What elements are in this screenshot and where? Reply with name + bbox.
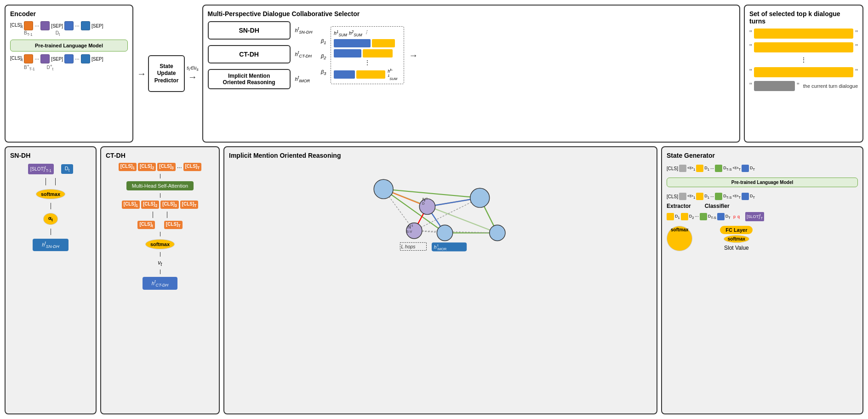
alpha-label: αt [48, 215, 53, 221]
q7: " [749, 82, 752, 90]
q4: " [855, 43, 858, 52]
topk-bar2 [754, 42, 854, 52]
imor-graph: N t D N t S-V L hops h t IMOR [229, 163, 652, 255]
beta-labels: β1 β2 β3 [317, 38, 326, 76]
ext-d1-lbl: D1 [675, 214, 680, 220]
topk-row2: " " [749, 42, 858, 52]
ext-dts [700, 213, 707, 220]
sg-classifier-col: FC Layer softmax Slot Value [720, 226, 753, 251]
topk-panel: Set of selected top k dialogue turns " "… [744, 5, 863, 143]
token-row-bottom: [CLS]t ··· [SEP] ··· [SEP] [10, 54, 128, 63]
topk-dots: ⋮ [749, 56, 858, 63]
sg-bt1b [679, 193, 686, 200]
hk-sum: hk-1SUM [388, 68, 401, 81]
alpha-oval: αt [43, 213, 58, 224]
encoder-to-state: → State Update Predictor si∈us → [137, 5, 199, 143]
sg-softmax2-label: softmax [728, 236, 745, 241]
tok-teal2 [81, 54, 90, 63]
bottom-section: SN-DH [SLOT]tT-1 Dt softmax [5, 146, 863, 414]
arrow-mp-right: → [409, 50, 418, 61]
p-label: p [733, 214, 736, 219]
current-turn-label: the current turn dialogue [803, 83, 858, 89]
slot-value-label: Slot Value [724, 245, 749, 251]
pretrained-box: Pre-trained Language Model [10, 40, 128, 52]
q-label: q [737, 214, 740, 219]
tok-orange2 [24, 54, 33, 63]
svg-text:h: h [434, 245, 437, 250]
vline-ct3 [153, 212, 153, 218]
cls2-mid: [CLS]2 [141, 201, 159, 209]
q1: " [749, 29, 752, 38]
bar-yellow1 [372, 39, 395, 47]
cls-bottom-row: [CLS]t [CLS]T [137, 221, 182, 229]
ctdh-label: CT-DH [239, 51, 259, 58]
mp-module-sndh-row: SN-DH htSN-DH [208, 21, 313, 40]
vline-ct4 [167, 212, 167, 218]
cls-label-t: [CLS]t [10, 23, 23, 29]
cls-label-b: [CLS]t [10, 56, 23, 62]
stategen-inner: [CLS] <t>1 D1 ··· DT-S <t>T DT Pre-train… [667, 163, 858, 251]
cls-row-mid: [CLS]1 [CLS]2 [CLS]3 [CLS]T [122, 201, 199, 209]
sg-pretrained: Pre-trained Language Model [667, 178, 858, 187]
multi-persp-panel: Multi-Perspective Dialogue Collaborative… [202, 5, 740, 143]
imor-panel: Implicit Mention Oriented Reasoning [223, 146, 657, 414]
dots3: ··· [34, 56, 39, 62]
dt-lbl2: D+t [47, 63, 53, 71]
h-sndh-label: htSN-DH [42, 242, 59, 247]
bar-yellow3 [356, 70, 386, 79]
sep-label3: [SEP] [51, 57, 63, 62]
bars-chart: h1SUM h2SUM ⋮ ⋮ [331, 26, 404, 84]
encoder-panel: Encoder [CLS]t ··· [SEP] ··· [SEP] BT-1 … [5, 5, 133, 143]
fc-layer: FC Layer [720, 226, 753, 234]
classifier-label: Classifier [705, 203, 730, 209]
mp-title: Multi-Perspective Dialogue Collaborative… [208, 10, 735, 17]
sg-cls: [CLS] [667, 166, 678, 171]
svg-point-14 [374, 179, 393, 199]
cls-T: [CLS]T [164, 221, 183, 229]
state-update-box: State Update Predictor [148, 55, 185, 92]
vline3 [51, 203, 51, 209]
bar-blue3 [334, 70, 354, 79]
slot-box: [SLOT]tT-1 [28, 164, 54, 174]
stategen-title: State Generator [667, 152, 858, 159]
ext-dots: ··· [695, 214, 698, 219]
sg-t1-lbl: <t>1 [687, 166, 695, 172]
topk-bar1 [754, 29, 854, 39]
sg-softmax: softmax [667, 226, 692, 251]
bar-yellow2 [363, 49, 393, 57]
sg-ttb: <t>T [732, 194, 741, 200]
ctdh-panel: CT-DH [CLS]1 [CLS]2 [CLS]3 ··· [CLS]T Mu… [100, 146, 220, 414]
mp-module-sndh: SN-DH [208, 21, 291, 40]
sndh-inner: [SLOT]tT-1 Dt softmax αt [10, 164, 91, 251]
topk-title: Set of selected top k dialogue turns [749, 10, 858, 25]
vline-ct7 [160, 270, 160, 274]
dt-box: Dt [61, 164, 74, 174]
q8: " [797, 82, 799, 90]
bar-dots: ⋮ [334, 59, 401, 66]
clsT-top: [CLS]T [183, 163, 202, 171]
sndh-title: SN-DH [10, 152, 91, 159]
svg-text:IMOR: IMOR [437, 247, 446, 251]
tok-purple1 [40, 21, 50, 30]
hdots: ⋮ [364, 29, 369, 37]
mp-modules: SN-DH htSN-DH CT-DH htCT-DH Implicit Men… [208, 21, 313, 89]
topk-row4: " " the current turn dialogue [749, 81, 858, 91]
q2: " [855, 29, 858, 38]
stategen-panel: State Generator [CLS] <t>1 D1 ··· DT-S <… [661, 146, 863, 414]
mp-module-imor-row: Implicit MentionOriented Reasoning htIMO… [208, 69, 313, 89]
sg-dtb-lbl: DT [750, 194, 755, 200]
clsT-mid: [CLS]T [180, 201, 199, 209]
sg-softmax2: softmax [724, 235, 749, 243]
sep-label2: [SEP] [91, 23, 103, 29]
dots4: ··· [75, 56, 80, 62]
h2-sum: h2SUM [349, 29, 362, 37]
svg-text:N: N [408, 224, 411, 230]
label-row-top: BT-1 Dt [24, 30, 128, 37]
main-container: Encoder [CLS]t ··· [SEP] ··· [SEP] BT-1 … [0, 0, 868, 419]
sg-dts [715, 165, 722, 172]
h-sum-labels: h1SUM h2SUM ⋮ [334, 29, 401, 37]
bar-row2 [334, 49, 401, 57]
cls-dots: ··· [177, 164, 182, 171]
sg-d1 [696, 165, 703, 172]
dots2: ··· [75, 23, 80, 29]
